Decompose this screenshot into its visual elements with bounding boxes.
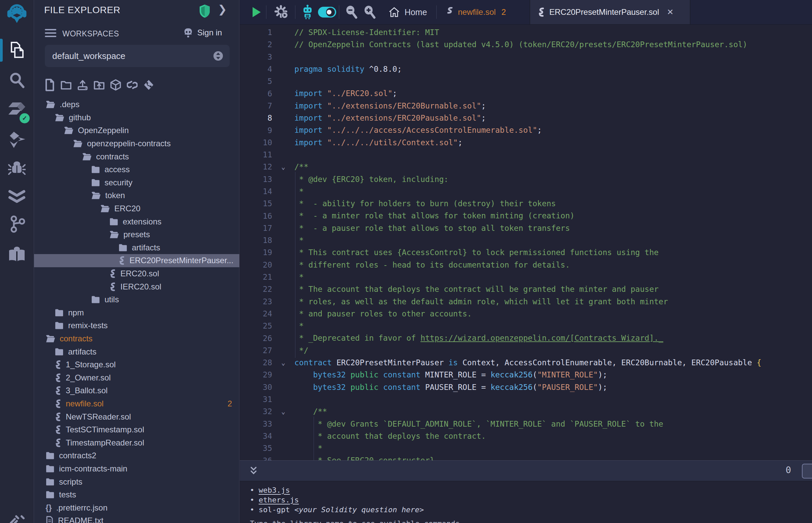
tree-folder-icm-contracts-main[interactable]: icm-contracts-main [34, 462, 240, 475]
folder-icon [46, 465, 55, 473]
file-explorer-icon[interactable] [7, 40, 27, 60]
tree-folder-openzeppelin-contracts[interactable]: openzeppelin-contracts [34, 137, 240, 150]
tree-folder-github[interactable]: github [34, 111, 240, 124]
line-number: 25 [240, 322, 272, 330]
line-number: 29 [240, 371, 272, 379]
tab-newfile-sol[interactable]: newfile.sol 2 [439, 0, 513, 24]
tree-folder-security[interactable]: security [34, 176, 240, 190]
tree-folder-scripts[interactable]: scripts [34, 475, 240, 488]
editor-topbar: Home newfile.sol 2 ERC20PresetMinterPaus… [240, 0, 812, 24]
workspace-select[interactable]: default_workspace [45, 45, 230, 67]
code-editor[interactable]: 1// SPDX-License-Identifier: MIT2// Open… [240, 24, 812, 460]
tree-file-erc20presetminterpauser-[interactable]: ERC20PresetMinterPauser... [34, 254, 240, 267]
code-line-32: 32⌄ /** [240, 405, 812, 417]
home-icon [388, 7, 400, 18]
zoom-in-icon[interactable] [361, 0, 378, 24]
plugin-manager-icon[interactable] [7, 244, 27, 265]
folder-open-icon [55, 113, 65, 122]
cube-icon[interactable] [110, 78, 121, 92]
tree-item-label: ERC20 [114, 204, 140, 213]
fold-chevron-icon[interactable]: ⌄ [272, 408, 294, 415]
git-diamond-icon[interactable] [143, 78, 154, 92]
terminal-link[interactable]: ethers.js [259, 496, 299, 504]
tree-file-2-owner-sol[interactable]: 2_Owner.sol [34, 371, 240, 384]
tree-folder-presets[interactable]: presets [34, 228, 240, 241]
tree-folder-erc20[interactable]: ERC20 [34, 202, 240, 215]
link-icon[interactable] [127, 78, 138, 92]
ai-assistant-icon[interactable] [299, 0, 316, 24]
zoom-out-icon[interactable] [343, 0, 360, 24]
workspaces-menu-icon[interactable] [45, 28, 56, 38]
tree-folder--deps[interactable]: .deps [34, 98, 240, 111]
panel-title: FILE EXPLORER [44, 5, 120, 16]
divider [339, 5, 339, 19]
collapse-panel-chevron-icon[interactable]: ❯ [218, 3, 227, 16]
tree-file-3-ballot-sol[interactable]: 3_Ballot.sol [34, 384, 240, 397]
code-text: // OpenZeppelin Contracts (last updated … [294, 38, 812, 51]
run-settings-button[interactable] [272, 0, 291, 24]
tree-folder-npm[interactable]: npm [34, 306, 240, 320]
close-tab-icon[interactable]: ✕ [667, 7, 673, 17]
sol-icon [55, 425, 61, 434]
tree-folder-access[interactable]: access [34, 163, 240, 176]
tree-file-newfile-sol[interactable]: newfile.sol2 [34, 397, 240, 411]
search-icon[interactable] [7, 70, 27, 90]
tree-folder-openzeppelin[interactable]: OpenZeppelin [34, 124, 240, 137]
plug-bottom-icon[interactable] [7, 509, 27, 523]
run-script-button[interactable] [249, 0, 264, 24]
solidity-file-icon [446, 7, 454, 17]
tree-file-newtsreader-sol[interactable]: NewTSReader.sol [34, 410, 240, 423]
tree-item-label: github [69, 113, 91, 122]
file-explorer-toolbar [44, 78, 154, 92]
tree-folder-extensions[interactable]: extensions [34, 215, 240, 228]
tree-file-timestampreader-sol[interactable]: TimestampReader.sol [34, 436, 240, 449]
tree-file-1-storage-sol[interactable]: 1_Storage.sol [34, 358, 240, 371]
debugger-icon[interactable] [7, 158, 27, 179]
terminal-link[interactable]: web3.js [259, 486, 290, 494]
solidity-compiler-icon[interactable]: ✓ [7, 101, 27, 121]
new-folder-icon[interactable] [61, 78, 71, 92]
upload-folder-icon[interactable] [94, 78, 105, 92]
tree-folder-artifacts[interactable]: artifacts [34, 345, 240, 358]
code-line-27: 27 */ [240, 344, 812, 357]
tree-file-erc20-sol[interactable]: ERC20.sol [34, 267, 240, 281]
tree-folder-token[interactable]: token [34, 189, 240, 202]
tree-folder-contracts[interactable]: contracts [34, 150, 240, 163]
activity-bar: ✓ [0, 0, 34, 523]
sign-in-button[interactable]: Sign in [182, 28, 222, 38]
tree-folder-artifacts[interactable]: artifacts [34, 241, 240, 254]
shield-icon[interactable] [199, 4, 211, 18]
tab-erc20presetminterpauser-sol[interactable]: ERC20PresetMinterPauser.sol ✕ [530, 0, 690, 24]
ai-toggle[interactable] [317, 0, 338, 24]
remix-logo[interactable] [7, 3, 27, 23]
tree-file-readme-txt[interactable]: README.txt [34, 514, 240, 523]
braces-icon: {} [46, 503, 52, 512]
deploy-run-icon[interactable] [7, 130, 27, 150]
tree-folder-contracts2[interactable]: contracts2 [34, 449, 240, 462]
tree-file--prettierrc-json[interactable]: {}.prettierrc.json [34, 501, 240, 514]
line-number: 4 [240, 65, 272, 73]
code-line-21: 21 * [240, 271, 812, 283]
line-number: 5 [240, 77, 272, 86]
fold-chevron-icon[interactable]: ⌄ [272, 359, 294, 367]
unit-testing-icon[interactable] [7, 187, 27, 207]
tab-home[interactable]: Home [381, 0, 435, 24]
terminal-expand-icon[interactable] [248, 465, 259, 477]
code-text: * See {ERC20-constructor}. [294, 454, 812, 460]
terminal-listen-checkbox[interactable] [802, 464, 812, 479]
upload-file-icon[interactable] [77, 78, 88, 92]
tree-item-label: 2_Owner.sol [66, 373, 111, 382]
new-file-icon[interactable] [44, 78, 55, 92]
sol-icon [109, 269, 116, 278]
tree-folder-tests[interactable]: tests [34, 488, 240, 501]
code-text: */ [294, 344, 812, 357]
git-icon[interactable] [7, 214, 27, 234]
tree-file-ierc20-sol[interactable]: IERC20.sol [34, 280, 240, 293]
tree-item-label: token [105, 191, 125, 200]
fold-chevron-icon[interactable]: ⌄ [272, 163, 294, 171]
tree-folder-contracts[interactable]: contracts [34, 332, 240, 345]
tree-folder-remix-tests[interactable]: remix-tests [34, 319, 240, 332]
tree-file-testsctimestamp-sol[interactable]: TestSCTimestamp.sol [34, 423, 240, 436]
tree-folder-utils[interactable]: utils [34, 293, 240, 306]
terminal-entry: •sol-gpt <your Solidity question here> [250, 505, 812, 515]
